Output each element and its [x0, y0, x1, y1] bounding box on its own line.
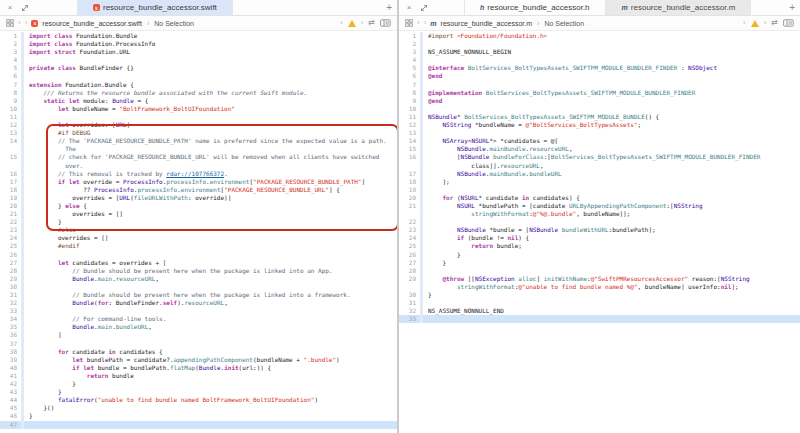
line-number[interactable]: 25: [0, 242, 21, 250]
code-line[interactable]: 7extension Foundation.Bundle {: [0, 81, 397, 89]
tab-resource_bundle_accessor.m[interactable]: mresource_bundle_accessor.m: [606, 0, 752, 15]
code-line[interactable]: 8 /// Returns the resource bundle associ…: [0, 89, 397, 97]
code-line[interactable]: The: [0, 145, 397, 153]
line-number[interactable]: 16: [399, 153, 420, 161]
line-number[interactable]: 27: [0, 259, 21, 267]
code-line[interactable]: 4: [0, 56, 397, 64]
code-line[interactable]: 10: [399, 105, 800, 113]
line-number[interactable]: 19: [0, 194, 21, 202]
line-number[interactable]: 15: [399, 145, 420, 153]
related-items-icon[interactable]: [405, 19, 413, 27]
close-icon[interactable]: ×: [5, 3, 15, 13]
code-line[interactable]: 37: [0, 340, 397, 348]
code-line[interactable]: 33: [0, 307, 397, 315]
code-line[interactable]: 19: [399, 186, 800, 194]
line-number[interactable]: 26: [399, 251, 420, 259]
line-number[interactable]: 11: [399, 113, 420, 121]
line-number[interactable]: 6: [399, 72, 420, 80]
code-line[interactable]: 20 } else {: [0, 202, 397, 210]
line-number[interactable]: 35: [0, 323, 21, 331]
code-line-current[interactable]: 47: [0, 421, 397, 429]
line-number[interactable]: 24: [0, 234, 21, 242]
add-tab-icon[interactable]: +: [386, 3, 392, 13]
breadcrumb-file[interactable]: resource_bundle_accessor.swift: [42, 20, 142, 27]
line-number[interactable]: 31: [399, 299, 420, 307]
code-line[interactable]: 15 // check for 'PACKAGE_RESOURCE_BUNDLE…: [0, 153, 397, 161]
line-number[interactable]: 1: [0, 32, 21, 40]
line-number[interactable]: 19: [399, 186, 420, 194]
line-number[interactable]: 7: [399, 81, 420, 89]
line-number[interactable]: 26: [0, 251, 21, 259]
line-number[interactable]: 17: [399, 170, 420, 178]
line-number[interactable]: 45: [0, 404, 21, 412]
code-line[interactable]: 14 NSArray<NSURL*> *candidates = @[: [399, 137, 800, 145]
line-number[interactable]: 17: [0, 178, 21, 186]
line-number[interactable]: [0, 162, 21, 170]
line-number[interactable]: 12: [399, 121, 420, 129]
code-line[interactable]: 22 }: [0, 218, 397, 226]
forward-icon[interactable]: ›: [424, 19, 427, 27]
code-line[interactable]: 34 // For command-line tools.: [0, 315, 397, 323]
prev-issue-icon[interactable]: ‹: [743, 19, 746, 27]
code-line[interactable]: 40 if let bundle = bundlePath.flatMap(Bu…: [0, 364, 397, 372]
line-number[interactable]: 20: [399, 194, 420, 202]
line-number[interactable]: 16: [0, 170, 21, 178]
prev-issue-icon[interactable]: ‹: [340, 19, 343, 27]
line-number[interactable]: 13: [0, 129, 21, 137]
code-editor-right[interactable]: 1#import <Foundation/Foundation.h>23NS_A…: [399, 31, 800, 323]
code-line[interactable]: 13: [399, 129, 800, 137]
counterparts-icon[interactable]: ⇄: [368, 19, 375, 27]
code-line[interactable]: 26: [0, 251, 397, 259]
code-line[interactable]: 5private class BundleFinder {}: [0, 64, 397, 72]
code-line[interactable]: 23 NSBundle *bundle = [NSBundle bundleWi…: [399, 226, 800, 234]
breadcrumb-section[interactable]: No Selection: [154, 20, 194, 27]
line-number[interactable]: 22: [0, 218, 21, 226]
code-line[interactable]: 13 #if DEBUG: [0, 129, 397, 137]
code-line[interactable]: 22: [399, 218, 800, 226]
code-line[interactable]: 25 return bundle;: [399, 242, 800, 250]
code-line[interactable]: 32NS_ASSUME_NONNULL_END: [399, 307, 800, 315]
code-line[interactable]: 39 let bundlePath = candidate?.appending…: [0, 356, 397, 364]
back-icon[interactable]: ‹: [417, 19, 420, 27]
code-line[interactable]: 29 Bundle.main.resourceURL,: [0, 275, 397, 283]
line-number[interactable]: 25: [399, 242, 420, 250]
line-number[interactable]: 41: [0, 372, 21, 380]
line-number[interactable]: 33: [0, 307, 21, 315]
forward-icon[interactable]: ›: [25, 19, 28, 27]
line-number[interactable]: 7: [0, 81, 21, 89]
line-number[interactable]: 40: [0, 364, 21, 372]
line-number[interactable]: [399, 210, 420, 218]
line-number[interactable]: 1: [399, 32, 420, 40]
warning-triangle-icon[interactable]: [751, 20, 759, 27]
code-line[interactable]: 29 @throw [[NSException alloc] initWithN…: [399, 275, 800, 283]
line-number[interactable]: 32: [0, 299, 21, 307]
code-line[interactable]: 12 NSString *bundleName = @"BoltServices…: [399, 121, 800, 129]
line-number[interactable]: 9: [0, 97, 21, 105]
code-editor-left[interactable]: 1import class Foundation.Bundle2import c…: [0, 31, 397, 429]
breadcrumb-file[interactable]: resource_bundle_accessor.m: [441, 20, 532, 27]
counterparts-icon[interactable]: ⇄: [771, 19, 778, 27]
line-number[interactable]: 21: [399, 202, 420, 210]
line-number[interactable]: [399, 283, 420, 291]
code-line[interactable]: 10 let bundleName = "BoltFramework_BoltU…: [0, 105, 397, 113]
code-line[interactable]: 24 overrides = []: [0, 234, 397, 242]
code-line[interactable]: 30}: [399, 291, 800, 299]
line-number[interactable]: 13: [399, 129, 420, 137]
code-line[interactable]: 27 let candidates = overrides + [: [0, 259, 397, 267]
line-number[interactable]: [399, 162, 420, 170]
code-line[interactable]: 1import class Foundation.Bundle: [0, 32, 397, 40]
tab-resource_bundle_accessor.h[interactable]: hresource_bundle_accessor.h: [464, 0, 606, 15]
code-line[interactable]: 4: [399, 56, 800, 64]
code-line[interactable]: 16 // This removal is tracked by rdar://…: [0, 170, 397, 178]
related-items-icon[interactable]: [6, 19, 14, 27]
line-number[interactable]: 47: [0, 421, 21, 429]
code-line[interactable]: stringWithFormat:@"unable to find bundle…: [399, 283, 800, 291]
code-line-current[interactable]: 33: [399, 315, 800, 323]
code-line[interactable]: 9@end: [399, 97, 800, 105]
line-number[interactable]: 3: [399, 48, 420, 56]
next-issue-icon[interactable]: ›: [361, 19, 364, 27]
code-line[interactable]: 36 ]: [0, 331, 397, 339]
code-line[interactable]: class]].resourceURL,: [399, 162, 800, 170]
line-number[interactable]: 21: [0, 210, 21, 218]
code-line[interactable]: 32 Bundle(for: BundleFinder.self).resour…: [0, 299, 397, 307]
